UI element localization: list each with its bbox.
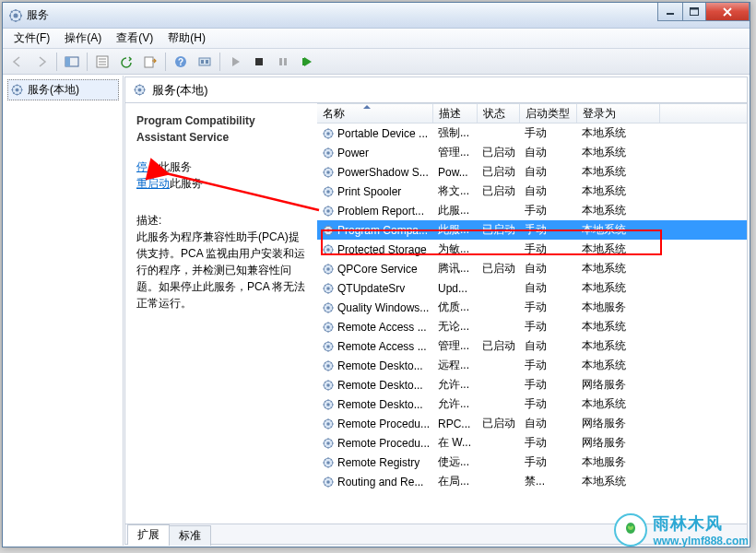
cell-logon: 本地系统 [577,474,660,489]
properties-button[interactable] [91,52,113,72]
menu-help[interactable]: 帮助(H) [160,29,213,48]
cell-logon: 本地系统 [577,261,660,276]
col-name[interactable]: 名称 [317,104,433,123]
svg-point-50 [326,364,330,368]
service-row[interactable]: Remote Deskto...允许...手动网络服务 [317,375,747,394]
service-row[interactable]: Problem Report...此服...手动本地系统 [317,201,747,220]
service-row[interactable]: Quality Windows...优质...手动本地服务 [317,298,747,317]
cell-logon: 本地服务 [577,454,660,470]
stop-link[interactable]: 停止 [136,160,159,173]
service-row[interactable]: Portable Device ...强制...手动本地系统 [317,124,747,143]
pause-service-button[interactable] [272,52,294,72]
close-button[interactable] [705,3,750,21]
col-start[interactable]: 启动类型 [520,104,577,123]
svg-point-26 [326,132,330,135]
svg-rect-11 [145,57,153,67]
menu-action[interactable]: 操作(A) [57,29,109,48]
tab-extended[interactable]: 扩展 [127,524,170,545]
service-row[interactable]: PowerShadow S...Pow...已启动自动本地系统 [317,162,747,182]
minimize-button[interactable] [657,3,683,21]
help-button[interactable]: ? [170,52,192,72]
titlebar[interactable]: 服务 [3,3,750,29]
restart-service-button[interactable] [296,52,318,72]
services-icon [8,8,23,23]
cell-start: 自动 [520,145,577,160]
cell-logon: 本地系统 [577,203,660,218]
service-row[interactable]: Print Spooler将文...已启动自动本地系统 [317,182,747,201]
export-button[interactable] [139,52,161,72]
svg-rect-16 [206,60,208,64]
cell-desc: 将文... [433,183,478,199]
service-row[interactable]: QPCore Service腾讯...已启动自动本地系统 [317,259,747,278]
services-window: 服务 文件(F) 操作(A) 查看(V) 帮助(H) ? [2,2,750,547]
cell-desc: 无论... [433,319,478,335]
service-row[interactable]: Remote Deskto...允许...手动本地系统 [317,394,747,414]
cell-start: 自动 [520,183,577,199]
start-service-button[interactable] [224,52,246,72]
list-body[interactable]: Portable Device ...强制...手动本地系统Power管理...… [317,124,747,524]
cell-name: Problem Report... [317,205,433,218]
col-status[interactable]: 状态 [478,104,520,123]
cell-start: 手动 [520,203,577,218]
svg-point-28 [326,151,330,155]
desc-text: 此服务为程序兼容性助手(PCA)提供支持。PCA 监视由用户安装和运行的程序，并… [136,229,306,312]
cell-name: Protected Storage [317,243,433,256]
tool-button[interactable] [194,52,216,72]
cell-start: 手动 [520,125,577,141]
svg-point-52 [326,383,330,387]
service-row[interactable]: QTUpdateSrvUpd...自动本地系统 [317,278,747,298]
svg-point-44 [326,306,330,310]
cell-status: 已启动 [478,183,520,199]
service-row[interactable]: Remote Access ...管理...已启动自动本地系统 [317,336,747,356]
menu-view[interactable]: 查看(V) [109,29,160,48]
col-desc[interactable]: 描述 [433,104,478,123]
svg-point-34 [326,209,330,213]
service-row[interactable]: Protected Storage为敏...手动本地系统 [317,240,747,259]
svg-point-54 [326,403,330,406]
svg-rect-18 [279,58,282,65]
forward-button[interactable] [30,52,53,72]
service-row[interactable]: Remote Deskto...远程...手动本地系统 [317,356,747,375]
service-row[interactable]: Remote Access ...无论...手动本地系统 [317,317,747,336]
restart-link[interactable]: 重启动 [136,177,170,190]
cell-desc: RPC... [433,418,478,430]
cell-desc: 在 W... [433,435,478,451]
back-button[interactable] [6,52,29,72]
svg-rect-15 [201,60,204,64]
cell-start: 手动 [520,300,577,315]
maximize-button[interactable] [682,3,706,21]
stop-service-button[interactable] [248,52,270,72]
tree-root-services[interactable]: 服务(本地) [7,79,119,100]
svg-point-56 [326,422,330,426]
service-row[interactable]: Remote Procedu...在 W...手动网络服务 [317,433,747,453]
col-logon[interactable]: 登录为 [577,104,660,123]
tree-root-label: 服务(本地) [28,82,79,98]
service-row[interactable]: Power管理...已启动自动本地系统 [317,143,747,162]
tab-standard[interactable]: 标准 [169,525,211,546]
cell-start: 禁... [520,474,577,489]
svg-point-46 [326,325,330,329]
cell-desc: 允许... [433,396,478,412]
selected-service-title: Program Compatibility Assistant Service [136,112,306,146]
svg-point-40 [326,267,330,271]
service-row[interactable]: Program Compa...此服...已启动手动本地系统 [317,220,747,240]
cell-name: Remote Access ... [317,321,433,334]
cell-desc: 此服... [433,203,478,218]
svg-rect-4 [691,8,699,10]
service-row[interactable]: Remote Registry使远...手动本地服务 [317,453,747,472]
refresh-button[interactable] [115,52,137,72]
cell-desc: 远程... [433,358,478,373]
menu-file[interactable]: 文件(F) [6,29,57,48]
watermark-logo [614,513,647,547]
show-hide-button[interactable] [61,52,83,72]
stop-suffix: 此服务 [159,160,192,173]
svg-rect-14 [199,58,210,65]
cell-start: 自动 [520,338,577,354]
service-row[interactable]: Routing and Re...在局...禁...本地系统 [317,472,747,491]
svg-point-58 [326,441,330,445]
cell-desc: 管理... [433,145,478,160]
cell-start: 自动 [520,261,577,276]
service-row[interactable]: Remote Procedu...RPC...已启动自动网络服务 [317,414,747,433]
svg-point-36 [326,229,330,232]
right-header: 服务(本地) [125,77,747,103]
